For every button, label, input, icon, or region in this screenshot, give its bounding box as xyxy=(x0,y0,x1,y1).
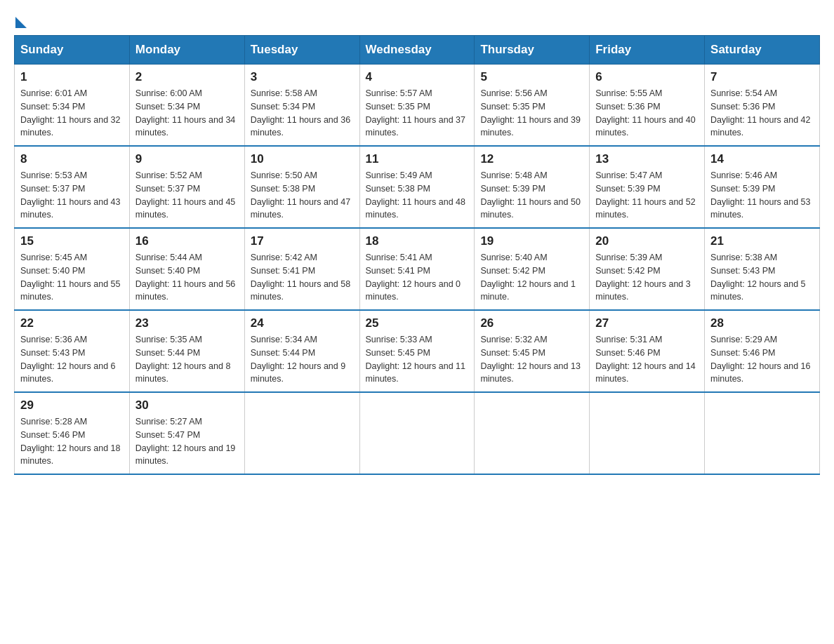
header-thursday: Thursday xyxy=(475,36,590,65)
calendar-day-cell: 23 Sunrise: 5:35 AM Sunset: 5:44 PM Dayl… xyxy=(129,310,244,392)
calendar-day-cell xyxy=(359,392,475,474)
calendar-day-cell xyxy=(244,392,359,474)
day-info: Sunrise: 5:58 AM Sunset: 5:34 PM Dayligh… xyxy=(251,87,354,140)
logo xyxy=(14,14,27,28)
header-saturday: Saturday xyxy=(705,36,820,65)
calendar-day-cell: 25 Sunrise: 5:33 AM Sunset: 5:45 PM Dayl… xyxy=(359,310,475,392)
calendar-day-cell: 18 Sunrise: 5:41 AM Sunset: 5:41 PM Dayl… xyxy=(359,228,475,310)
calendar-table: Sunday Monday Tuesday Wednesday Thursday… xyxy=(14,35,820,475)
day-number: 17 xyxy=(251,234,354,248)
header-sunday: Sunday xyxy=(15,36,130,65)
calendar-day-cell: 22 Sunrise: 5:36 AM Sunset: 5:43 PM Dayl… xyxy=(15,310,130,392)
day-number: 10 xyxy=(251,152,354,166)
day-number: 8 xyxy=(20,152,124,166)
day-number: 22 xyxy=(20,316,124,330)
calendar-day-cell: 27 Sunrise: 5:31 AM Sunset: 5:46 PM Dayl… xyxy=(590,310,705,392)
day-info: Sunrise: 5:54 AM Sunset: 5:36 PM Dayligh… xyxy=(710,87,814,140)
calendar-day-cell: 3 Sunrise: 5:58 AM Sunset: 5:34 PM Dayli… xyxy=(244,65,359,147)
calendar-day-cell: 20 Sunrise: 5:39 AM Sunset: 5:42 PM Dayl… xyxy=(590,228,705,310)
header-wednesday: Wednesday xyxy=(359,36,475,65)
calendar-day-cell: 16 Sunrise: 5:44 AM Sunset: 5:40 PM Dayl… xyxy=(129,228,244,310)
day-number: 30 xyxy=(135,398,239,412)
calendar-day-cell xyxy=(475,392,590,474)
day-number: 12 xyxy=(480,152,583,166)
calendar-day-cell: 4 Sunrise: 5:57 AM Sunset: 5:35 PM Dayli… xyxy=(359,65,475,147)
day-number: 18 xyxy=(366,234,469,248)
calendar-week-row: 22 Sunrise: 5:36 AM Sunset: 5:43 PM Dayl… xyxy=(15,310,820,392)
weekday-header-row: Sunday Monday Tuesday Wednesday Thursday… xyxy=(15,36,820,65)
day-info: Sunrise: 6:00 AM Sunset: 5:34 PM Dayligh… xyxy=(135,87,239,140)
day-number: 15 xyxy=(20,234,124,248)
day-info: Sunrise: 5:36 AM Sunset: 5:43 PM Dayligh… xyxy=(20,333,124,386)
calendar-day-cell: 12 Sunrise: 5:48 AM Sunset: 5:39 PM Dayl… xyxy=(475,146,590,228)
day-number: 4 xyxy=(366,70,469,84)
day-info: Sunrise: 5:28 AM Sunset: 5:46 PM Dayligh… xyxy=(20,415,124,468)
day-number: 1 xyxy=(20,70,124,84)
day-info: Sunrise: 5:27 AM Sunset: 5:47 PM Dayligh… xyxy=(135,415,239,468)
day-number: 23 xyxy=(135,316,239,330)
page-header xyxy=(14,14,820,28)
day-number: 28 xyxy=(710,316,814,330)
day-info: Sunrise: 5:32 AM Sunset: 5:45 PM Dayligh… xyxy=(480,333,583,386)
calendar-week-row: 1 Sunrise: 6:01 AM Sunset: 5:34 PM Dayli… xyxy=(15,65,820,147)
day-number: 13 xyxy=(595,152,699,166)
calendar-week-row: 29 Sunrise: 5:28 AM Sunset: 5:46 PM Dayl… xyxy=(15,392,820,474)
calendar-week-row: 15 Sunrise: 5:45 AM Sunset: 5:40 PM Dayl… xyxy=(15,228,820,310)
day-info: Sunrise: 5:44 AM Sunset: 5:40 PM Dayligh… xyxy=(135,251,239,304)
logo-arrow-icon xyxy=(15,17,27,28)
calendar-day-cell: 15 Sunrise: 5:45 AM Sunset: 5:40 PM Dayl… xyxy=(15,228,130,310)
day-info: Sunrise: 5:45 AM Sunset: 5:40 PM Dayligh… xyxy=(20,251,124,304)
day-number: 19 xyxy=(480,234,583,248)
day-info: Sunrise: 5:52 AM Sunset: 5:37 PM Dayligh… xyxy=(135,169,239,222)
calendar-day-cell: 7 Sunrise: 5:54 AM Sunset: 5:36 PM Dayli… xyxy=(705,65,820,147)
calendar-day-cell: 17 Sunrise: 5:42 AM Sunset: 5:41 PM Dayl… xyxy=(244,228,359,310)
day-info: Sunrise: 5:48 AM Sunset: 5:39 PM Dayligh… xyxy=(480,169,583,222)
day-info: Sunrise: 5:35 AM Sunset: 5:44 PM Dayligh… xyxy=(135,333,239,386)
day-number: 14 xyxy=(710,152,814,166)
calendar-day-cell: 13 Sunrise: 5:47 AM Sunset: 5:39 PM Dayl… xyxy=(590,146,705,228)
day-info: Sunrise: 5:47 AM Sunset: 5:39 PM Dayligh… xyxy=(595,169,699,222)
calendar-day-cell: 19 Sunrise: 5:40 AM Sunset: 5:42 PM Dayl… xyxy=(475,228,590,310)
day-info: Sunrise: 5:38 AM Sunset: 5:43 PM Dayligh… xyxy=(710,251,814,304)
calendar-day-cell: 10 Sunrise: 5:50 AM Sunset: 5:38 PM Dayl… xyxy=(244,146,359,228)
calendar-day-cell: 28 Sunrise: 5:29 AM Sunset: 5:46 PM Dayl… xyxy=(705,310,820,392)
day-number: 29 xyxy=(20,398,124,412)
day-number: 16 xyxy=(135,234,239,248)
day-number: 27 xyxy=(595,316,699,330)
calendar-day-cell: 21 Sunrise: 5:38 AM Sunset: 5:43 PM Dayl… xyxy=(705,228,820,310)
day-number: 2 xyxy=(135,70,239,84)
calendar-day-cell: 5 Sunrise: 5:56 AM Sunset: 5:35 PM Dayli… xyxy=(475,65,590,147)
day-info: Sunrise: 5:57 AM Sunset: 5:35 PM Dayligh… xyxy=(366,87,469,140)
calendar-week-row: 8 Sunrise: 5:53 AM Sunset: 5:37 PM Dayli… xyxy=(15,146,820,228)
day-number: 21 xyxy=(710,234,814,248)
day-info: Sunrise: 5:41 AM Sunset: 5:41 PM Dayligh… xyxy=(366,251,469,304)
day-info: Sunrise: 5:31 AM Sunset: 5:46 PM Dayligh… xyxy=(595,333,699,386)
day-info: Sunrise: 5:49 AM Sunset: 5:38 PM Dayligh… xyxy=(366,169,469,222)
day-info: Sunrise: 5:34 AM Sunset: 5:44 PM Dayligh… xyxy=(251,333,354,386)
day-info: Sunrise: 5:55 AM Sunset: 5:36 PM Dayligh… xyxy=(595,87,699,140)
day-info: Sunrise: 5:42 AM Sunset: 5:41 PM Dayligh… xyxy=(251,251,354,304)
day-number: 20 xyxy=(595,234,699,248)
calendar-day-cell: 2 Sunrise: 6:00 AM Sunset: 5:34 PM Dayli… xyxy=(129,65,244,147)
calendar-day-cell: 6 Sunrise: 5:55 AM Sunset: 5:36 PM Dayli… xyxy=(590,65,705,147)
day-number: 24 xyxy=(251,316,354,330)
calendar-day-cell: 11 Sunrise: 5:49 AM Sunset: 5:38 PM Dayl… xyxy=(359,146,475,228)
calendar-day-cell xyxy=(705,392,820,474)
day-number: 11 xyxy=(366,152,469,166)
day-info: Sunrise: 5:39 AM Sunset: 5:42 PM Dayligh… xyxy=(595,251,699,304)
header-monday: Monday xyxy=(129,36,244,65)
calendar-day-cell: 24 Sunrise: 5:34 AM Sunset: 5:44 PM Dayl… xyxy=(244,310,359,392)
day-info: Sunrise: 6:01 AM Sunset: 5:34 PM Dayligh… xyxy=(20,87,124,140)
calendar-day-cell: 14 Sunrise: 5:46 AM Sunset: 5:39 PM Dayl… xyxy=(705,146,820,228)
calendar-day-cell: 1 Sunrise: 6:01 AM Sunset: 5:34 PM Dayli… xyxy=(15,65,130,147)
day-info: Sunrise: 5:50 AM Sunset: 5:38 PM Dayligh… xyxy=(251,169,354,222)
day-info: Sunrise: 5:53 AM Sunset: 5:37 PM Dayligh… xyxy=(20,169,124,222)
day-info: Sunrise: 5:29 AM Sunset: 5:46 PM Dayligh… xyxy=(710,333,814,386)
header-friday: Friday xyxy=(590,36,705,65)
day-info: Sunrise: 5:40 AM Sunset: 5:42 PM Dayligh… xyxy=(480,251,583,304)
day-number: 7 xyxy=(710,70,814,84)
calendar-day-cell: 29 Sunrise: 5:28 AM Sunset: 5:46 PM Dayl… xyxy=(15,392,130,474)
calendar-day-cell: 9 Sunrise: 5:52 AM Sunset: 5:37 PM Dayli… xyxy=(129,146,244,228)
calendar-day-cell xyxy=(590,392,705,474)
header-tuesday: Tuesday xyxy=(244,36,359,65)
